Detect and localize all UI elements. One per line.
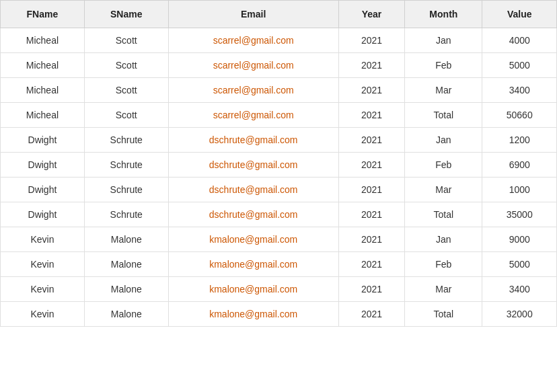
cell-sname: Scott bbox=[84, 53, 168, 78]
table-row: MichealScottscarrel@gmail.com2021Total50… bbox=[1, 103, 557, 128]
cell-fname: Dwight bbox=[1, 128, 85, 153]
cell-year: 2021 bbox=[338, 103, 405, 128]
table-row: KevinMalonekmalone@gmail.com2021Mar3400 bbox=[1, 277, 557, 302]
cell-fname: Kevin bbox=[1, 277, 85, 302]
cell-year: 2021 bbox=[338, 128, 405, 153]
cell-sname: Malone bbox=[84, 277, 168, 302]
cell-month: Feb bbox=[405, 153, 482, 178]
cell-year: 2021 bbox=[338, 178, 405, 202]
cell-value: 3400 bbox=[482, 78, 557, 103]
table-row: KevinMalonekmalone@gmail.com2021Jan9000 bbox=[1, 227, 557, 252]
column-header-year: Year bbox=[338, 1, 405, 28]
cell-value: 50660 bbox=[482, 103, 557, 128]
cell-email: scarrel@gmail.com bbox=[168, 103, 338, 128]
cell-fname: Micheal bbox=[1, 78, 85, 103]
cell-year: 2021 bbox=[338, 302, 405, 327]
cell-email: kmalone@gmail.com bbox=[168, 227, 338, 252]
table-row: KevinMalonekmalone@gmail.com2021Total320… bbox=[1, 302, 557, 327]
cell-year: 2021 bbox=[338, 202, 405, 227]
table-row: DwightSchrutedschrute@gmail.com2021Feb69… bbox=[1, 153, 557, 178]
cell-sname: Schrute bbox=[84, 202, 168, 227]
cell-month: Feb bbox=[405, 53, 482, 78]
cell-email: scarrel@gmail.com bbox=[168, 53, 338, 78]
cell-fname: Micheal bbox=[1, 53, 85, 78]
cell-email: kmalone@gmail.com bbox=[168, 302, 338, 327]
cell-sname: Malone bbox=[84, 227, 168, 252]
column-header-value: Value bbox=[482, 1, 557, 28]
cell-sname: Malone bbox=[84, 302, 168, 327]
cell-value: 5000 bbox=[482, 252, 557, 277]
cell-fname: Dwight bbox=[1, 153, 85, 178]
cell-month: Mar bbox=[405, 178, 482, 202]
cell-value: 9000 bbox=[482, 227, 557, 252]
table-row: KevinMalonekmalone@gmail.com2021Feb5000 bbox=[1, 252, 557, 277]
cell-year: 2021 bbox=[338, 53, 405, 78]
cell-month: Jan bbox=[405, 128, 482, 153]
cell-sname: Schrute bbox=[84, 128, 168, 153]
cell-email: scarrel@gmail.com bbox=[168, 28, 338, 53]
cell-month: Total bbox=[405, 103, 482, 128]
cell-email: kmalone@gmail.com bbox=[168, 252, 338, 277]
table-row: MichealScottscarrel@gmail.com2021Feb5000 bbox=[1, 53, 557, 78]
cell-email: dschrute@gmail.com bbox=[168, 178, 338, 202]
column-header-email: Email bbox=[168, 1, 338, 28]
cell-month: Mar bbox=[405, 78, 482, 103]
cell-email: dschrute@gmail.com bbox=[168, 153, 338, 178]
cell-month: Mar bbox=[405, 277, 482, 302]
cell-month: Feb bbox=[405, 252, 482, 277]
cell-value: 32000 bbox=[482, 302, 557, 327]
cell-year: 2021 bbox=[338, 252, 405, 277]
cell-fname: Kevin bbox=[1, 227, 85, 252]
column-header-fname: FName bbox=[1, 1, 85, 28]
cell-value: 1000 bbox=[482, 178, 557, 202]
cell-sname: Scott bbox=[84, 78, 168, 103]
cell-year: 2021 bbox=[338, 277, 405, 302]
cell-year: 2021 bbox=[338, 153, 405, 178]
cell-year: 2021 bbox=[338, 28, 405, 53]
table-row: MichealScottscarrel@gmail.com2021Jan4000 bbox=[1, 28, 557, 53]
cell-fname: Kevin bbox=[1, 302, 85, 327]
table-header-row: FNameSNameEmailYearMonthValue bbox=[1, 1, 557, 28]
cell-month: Jan bbox=[405, 227, 482, 252]
cell-value: 1200 bbox=[482, 128, 557, 153]
cell-value: 35000 bbox=[482, 202, 557, 227]
cell-value: 4000 bbox=[482, 28, 557, 53]
cell-year: 2021 bbox=[338, 78, 405, 103]
cell-sname: Scott bbox=[84, 28, 168, 53]
cell-fname: Dwight bbox=[1, 202, 85, 227]
cell-fname: Micheal bbox=[1, 103, 85, 128]
cell-month: Total bbox=[405, 302, 482, 327]
column-header-month: Month bbox=[405, 1, 482, 28]
data-table: FNameSNameEmailYearMonthValue MichealSco… bbox=[0, 0, 557, 327]
cell-email: dschrute@gmail.com bbox=[168, 202, 338, 227]
table-row: DwightSchrutedschrute@gmail.com2021Mar10… bbox=[1, 178, 557, 202]
cell-sname: Malone bbox=[84, 252, 168, 277]
cell-email: kmalone@gmail.com bbox=[168, 277, 338, 302]
cell-month: Total bbox=[405, 202, 482, 227]
table-row: DwightSchrutedschrute@gmail.com2021Total… bbox=[1, 202, 557, 227]
cell-sname: Schrute bbox=[84, 153, 168, 178]
cell-year: 2021 bbox=[338, 227, 405, 252]
cell-sname: Schrute bbox=[84, 178, 168, 202]
cell-month: Jan bbox=[405, 28, 482, 53]
cell-value: 3400 bbox=[482, 277, 557, 302]
cell-fname: Micheal bbox=[1, 28, 85, 53]
cell-value: 6900 bbox=[482, 153, 557, 178]
cell-email: dschrute@gmail.com bbox=[168, 128, 338, 153]
cell-fname: Kevin bbox=[1, 252, 85, 277]
table-row: MichealScottscarrel@gmail.com2021Mar3400 bbox=[1, 78, 557, 103]
cell-email: scarrel@gmail.com bbox=[168, 78, 338, 103]
cell-value: 5000 bbox=[482, 53, 557, 78]
table-row: DwightSchrutedschrute@gmail.com2021Jan12… bbox=[1, 128, 557, 153]
cell-sname: Scott bbox=[84, 103, 168, 128]
column-header-sname: SName bbox=[84, 1, 168, 28]
cell-fname: Dwight bbox=[1, 178, 85, 202]
